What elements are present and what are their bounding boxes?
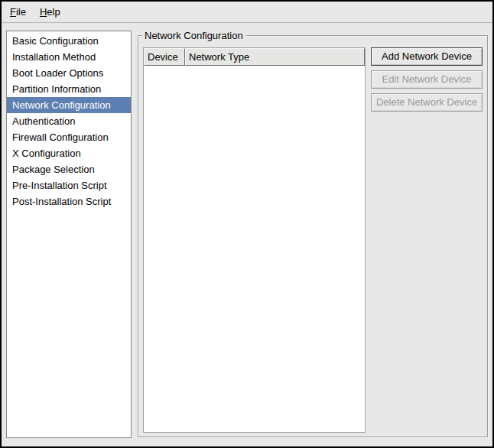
sidebar-item-installation-method[interactable]: Installation Method [7, 49, 131, 65]
sidebar-item-package-selection[interactable]: Package Selection [7, 161, 131, 177]
sidebar-item-basic-configuration[interactable]: Basic Configuration [7, 33, 131, 49]
sidebar-item-authentication[interactable]: Authentication [7, 113, 131, 129]
network-configuration-frame: Network Configuration Device Network Typ… [138, 35, 488, 437]
sidebar-item-boot-loader-options[interactable]: Boot Loader Options [7, 65, 131, 81]
edit-network-device-button[interactable]: Edit Network Device [371, 70, 483, 89]
kickstart-configurator-window: File Help Basic Configuration Installati… [0, 0, 494, 448]
frame-title: Network Configuration [142, 30, 245, 41]
menu-file[interactable]: File [3, 2, 33, 22]
sidebar-item-firewall-configuration[interactable]: Firewall Configuration [7, 129, 131, 145]
menu-help-label: Help [40, 6, 60, 18]
delete-network-device-button[interactable]: Delete Network Device [371, 93, 483, 112]
column-header-network-type[interactable]: Network Type [185, 48, 365, 66]
sidebar-item-post-installation-script[interactable]: Post-Installation Script [7, 193, 131, 209]
section-list: Basic Configuration Installation Method … [6, 31, 132, 438]
sidebar-item-pre-installation-script[interactable]: Pre-Installation Script [7, 177, 131, 193]
menu-help[interactable]: Help [33, 2, 67, 22]
menu-file-label: File [10, 6, 26, 18]
sidebar-item-x-configuration[interactable]: X Configuration [7, 145, 131, 161]
network-device-table: Device Network Type [143, 47, 366, 433]
add-network-device-button[interactable]: Add Network Device [371, 47, 483, 66]
table-header-row: Device Network Type [144, 48, 365, 66]
menubar: File Help [2, 2, 492, 23]
sidebar-item-network-configuration[interactable]: Network Configuration [7, 97, 131, 113]
network-device-table-body[interactable] [144, 66, 365, 432]
column-header-device[interactable]: Device [144, 48, 185, 66]
sidebar-item-partition-information[interactable]: Partition Information [7, 81, 131, 97]
